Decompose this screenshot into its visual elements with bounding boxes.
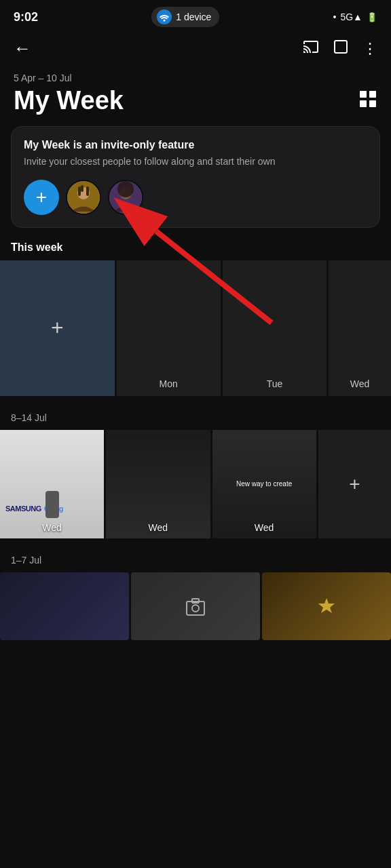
invite-card-title: My Week is an invite-only feature: [24, 139, 367, 151]
bluetooth-icon: •: [333, 12, 337, 22]
photo-cell[interactable]: [0, 572, 129, 640]
monday-cell[interactable]: Mon: [117, 260, 221, 396]
plus-icon: +: [51, 315, 64, 340]
status-right-icons: • 5G▲ 🔋: [333, 12, 377, 22]
svg-rect-3: [360, 100, 367, 107]
this-week-label: This week: [0, 241, 391, 260]
svg-rect-0: [335, 41, 347, 53]
invite-card: My Week is an invite-only feature Invite…: [11, 126, 380, 228]
page-title: My Week: [14, 86, 124, 115]
top-nav: ← ⋮: [0, 31, 391, 66]
plus-icon: +: [349, 473, 360, 495]
avatar[interactable]: [66, 180, 101, 215]
status-bar: 9:02 1 device • 5G▲ 🔋: [0, 0, 391, 31]
photo-cell[interactable]: [262, 572, 391, 640]
wifi-icon: [157, 9, 172, 24]
svg-point-12: [117, 181, 134, 197]
wednesday-label: Wed: [350, 378, 370, 389]
svg-marker-18: [318, 598, 335, 613]
svg-rect-2: [369, 91, 376, 98]
week-8-14-section: 8–14 Jul SAMSUNG Goog Wed Wed: [0, 412, 391, 538]
photo-day-label: Wed: [0, 522, 104, 533]
page-header: 5 Apr – 10 Jul My Week: [0, 66, 391, 126]
wednesday-cell[interactable]: Wed: [329, 260, 391, 396]
tuesday-cell[interactable]: Tue: [223, 260, 327, 396]
svg-rect-1: [360, 91, 367, 98]
battery-icon: 🔋: [367, 12, 377, 22]
title-row: My Week: [14, 86, 377, 115]
photo-cell[interactable]: New way to create Wed: [212, 430, 316, 538]
photo-day-label: Wed: [106, 522, 210, 533]
monday-label: Mon: [160, 378, 178, 389]
grid-view-button[interactable]: [358, 90, 377, 113]
svg-point-16: [192, 605, 199, 612]
this-week-section: This week + Mon Tue Wed: [0, 241, 391, 396]
invite-avatars-row: +: [24, 180, 367, 215]
more-options-button[interactable]: ⋮: [362, 40, 377, 58]
svg-rect-4: [369, 100, 376, 107]
svg-rect-9: [81, 185, 83, 192]
status-hotspot-indicator: 1 device: [151, 7, 219, 27]
device-label: 1 device: [176, 12, 211, 22]
week-1-7-section: 1–7 Jul: [0, 555, 391, 640]
avatar[interactable]: [108, 180, 143, 215]
svg-rect-8: [86, 186, 89, 196]
this-week-grid: + Mon Tue Wed: [0, 260, 391, 396]
date-range: 5 Apr – 10 Jul: [14, 73, 377, 83]
photo-cell[interactable]: Wed: [106, 430, 210, 538]
add-person-button[interactable]: +: [24, 180, 59, 215]
invite-card-description: Invite your closest people to follow alo…: [24, 155, 367, 169]
add-photo-button[interactable]: +: [318, 430, 391, 538]
svg-rect-7: [78, 186, 81, 196]
photo-cell[interactable]: SAMSUNG Goog Wed: [0, 430, 104, 538]
add-day-button[interactable]: +: [0, 260, 115, 396]
back-button[interactable]: ←: [14, 38, 31, 59]
status-time: 9:02: [14, 10, 38, 24]
week-8-14-photos: SAMSUNG Goog Wed Wed New way to create W…: [0, 430, 391, 538]
signal-icon: 5G▲: [340, 12, 362, 22]
week-8-14-label: 8–14 Jul: [0, 412, 391, 430]
cast-button[interactable]: [303, 39, 319, 59]
tuesday-label: Tue: [267, 378, 283, 389]
photo-text: New way to create: [234, 477, 295, 490]
window-button[interactable]: [333, 39, 349, 59]
photo-cell[interactable]: [131, 572, 260, 640]
nav-actions: ⋮: [303, 39, 377, 59]
week-1-7-label: 1–7 Jul: [0, 555, 391, 572]
photo-day-label: Wed: [212, 522, 316, 533]
week-1-7-photos: [0, 572, 391, 640]
